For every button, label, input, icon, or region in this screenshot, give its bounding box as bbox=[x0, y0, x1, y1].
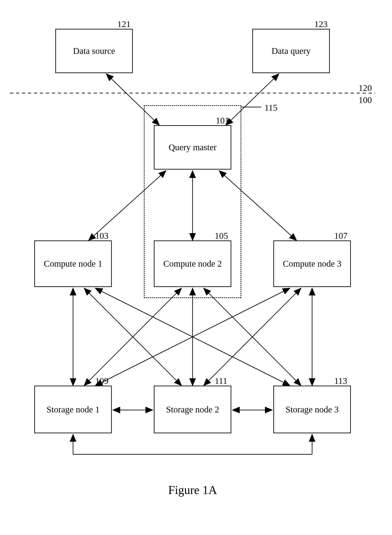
label-123: 123 bbox=[314, 19, 328, 29]
data-source-box: Data source bbox=[55, 29, 133, 73]
svg-line-16 bbox=[204, 288, 301, 386]
compute-node-2-label: Compute node 2 bbox=[163, 258, 222, 269]
compute-node-3-box: Compute node 3 bbox=[273, 240, 351, 287]
label-109: 109 bbox=[95, 376, 108, 386]
storage-node-3-box: Storage node 3 bbox=[273, 386, 351, 433]
storage-node-1-label: Storage node 1 bbox=[47, 404, 100, 415]
query-master-label: Query master bbox=[169, 142, 217, 153]
data-query-box: Data query bbox=[252, 29, 330, 73]
label-105: 105 bbox=[215, 230, 228, 241]
storage-node-1-box: Storage node 1 bbox=[34, 386, 112, 433]
svg-line-14 bbox=[204, 288, 301, 386]
svg-line-12 bbox=[84, 288, 182, 386]
svg-line-10 bbox=[84, 288, 182, 386]
label-115: 115 bbox=[265, 102, 278, 113]
storage-node-3-label: Storage node 3 bbox=[285, 404, 339, 415]
figure-caption: Figure 1A bbox=[168, 483, 217, 497]
compute-node-1-box: Compute node 1 bbox=[34, 240, 112, 287]
query-master-box: Query master bbox=[154, 125, 231, 170]
label-111: 111 bbox=[215, 376, 227, 386]
data-query-label: Data query bbox=[272, 45, 311, 57]
label-121: 121 bbox=[117, 19, 131, 29]
storage-node-2-box: Storage node 2 bbox=[154, 386, 231, 433]
data-source-label: Data source bbox=[73, 45, 115, 57]
storage-node-2-label: Storage node 2 bbox=[166, 404, 219, 415]
compute-node-1-label: Compute node 1 bbox=[44, 258, 102, 269]
label-100: 100 bbox=[359, 95, 372, 105]
compute-node-2-box: Compute node 2 bbox=[154, 240, 231, 287]
label-107: 107 bbox=[334, 230, 348, 241]
label-120: 120 bbox=[359, 83, 372, 93]
compute-node-3-label: Compute node 3 bbox=[283, 258, 341, 269]
label-101: 101 bbox=[216, 115, 229, 126]
svg-line-15 bbox=[95, 288, 290, 386]
label-113: 113 bbox=[334, 376, 347, 386]
label-103: 103 bbox=[95, 230, 108, 241]
svg-line-11 bbox=[95, 288, 290, 386]
